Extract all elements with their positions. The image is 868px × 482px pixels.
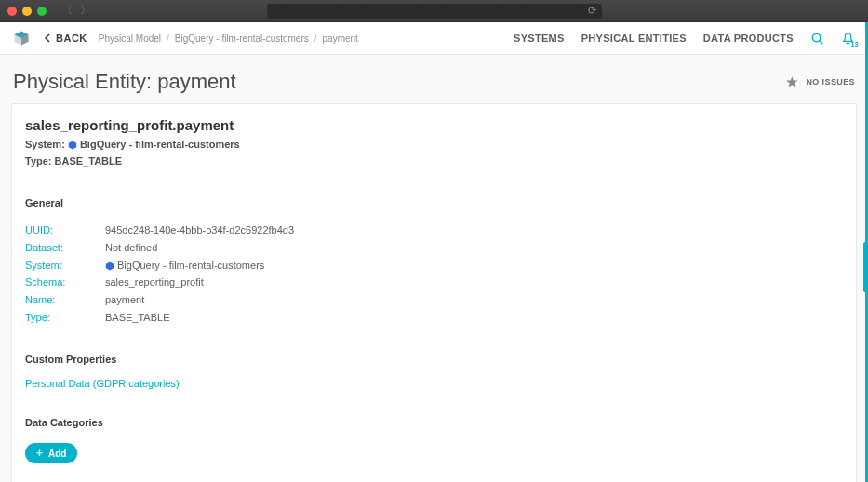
entity-card: sales_reporting_profit.payment System: B…	[11, 103, 857, 482]
entity-type-label: Type:	[25, 155, 52, 167]
row-type: Type: BASE_TABLE	[25, 309, 843, 327]
breadcrumb-item-system[interactable]: BigQuery - film-rental-customers	[175, 33, 309, 44]
add-label: Add	[48, 449, 66, 459]
nav-physical-entities[interactable]: PHYSICAL ENTITIES	[581, 33, 687, 44]
bigquery-icon	[105, 261, 114, 271]
app-topbar: BACK Physical Model / BigQuery - film-re…	[0, 22, 868, 55]
name-value: payment	[105, 291, 843, 309]
window-controls	[7, 7, 47, 16]
entity-system-label: System:	[25, 139, 65, 150]
svg-line-4	[820, 40, 822, 43]
svg-marker-5	[69, 141, 76, 150]
add-category-button[interactable]: + Add	[25, 443, 77, 463]
svg-point-3	[812, 33, 820, 41]
chevron-left-icon	[43, 33, 52, 43]
close-window-button[interactable]	[7, 7, 17, 16]
star-icon: ★	[786, 74, 798, 89]
entity-meta: System: BigQuery - film-rental-customers…	[25, 137, 843, 169]
refresh-icon[interactable]: ⟳	[588, 5, 596, 17]
app-viewport: BACK Physical Model / BigQuery - film-re…	[0, 22, 868, 482]
uuid-key[interactable]: UUID:	[25, 221, 105, 239]
breadcrumb: Physical Model / BigQuery - film-rental-…	[99, 33, 514, 44]
nav-data-products[interactable]: DATA PRODUCTS	[703, 33, 794, 44]
minimize-window-button[interactable]	[22, 7, 32, 16]
dataset-value: Not defined	[105, 239, 843, 257]
browser-url-bar[interactable]: ⟳	[267, 4, 602, 19]
personal-data-gdpr-link[interactable]: Personal Data (GDPR categories)	[25, 378, 843, 389]
section-general-title: General	[25, 197, 843, 208]
browser-back-button[interactable]: 〈	[61, 3, 73, 19]
type-value: BASE_TABLE	[105, 309, 843, 327]
svg-marker-6	[106, 261, 114, 270]
system-value: BigQuery - film-rental-customers	[105, 257, 843, 274]
row-dataset: Dataset: Not defined	[25, 239, 843, 257]
app-logo-icon	[13, 30, 30, 47]
bigquery-icon	[68, 141, 77, 150]
breadcrumb-separator: /	[314, 33, 317, 44]
page-title: Physical Entity: payment	[13, 70, 786, 94]
type-key[interactable]: Type:	[25, 309, 105, 327]
schema-value: sales_reporting_profit	[105, 274, 843, 291]
row-name: Name: payment	[25, 291, 843, 309]
notifications-button[interactable]: 13	[841, 32, 855, 46]
section-categories-title: Data Categories	[25, 417, 843, 428]
entity-type-value: BASE_TABLE	[55, 155, 123, 167]
search-icon	[810, 32, 824, 46]
entity-system-value: BigQuery - film-rental-customers	[80, 139, 240, 150]
name-key[interactable]: Name:	[25, 291, 105, 309]
browser-nav-arrows: 〈 〉	[61, 3, 91, 19]
entity-full-name: sales_reporting_profit.payment	[25, 117, 843, 133]
browser-forward-button[interactable]: 〉	[80, 3, 91, 19]
breadcrumb-item-physical-model[interactable]: Physical Model	[99, 33, 161, 44]
maximize-window-button[interactable]	[37, 7, 47, 16]
browser-chrome: 〈 〉 ⟳	[0, 0, 868, 22]
back-label: BACK	[56, 33, 87, 44]
system-key[interactable]: System:	[25, 257, 105, 274]
general-table: UUID: 945dc248-140e-4bbb-b34f-d2c6922fb4…	[25, 221, 843, 326]
dataset-key[interactable]: Dataset:	[25, 239, 105, 257]
plus-icon: +	[36, 448, 43, 459]
search-button[interactable]	[810, 32, 824, 46]
breadcrumb-separator: /	[167, 33, 169, 44]
row-system: System: BigQuery - film-rental-customers	[25, 257, 843, 274]
page-header: Physical Entity: payment ★ NO ISSUES	[0, 55, 868, 103]
notification-count: 13	[851, 41, 859, 47]
scrollbar-thumb[interactable]	[863, 242, 868, 292]
schema-key[interactable]: Schema:	[25, 274, 105, 291]
top-nav: SYSTEMS PHYSICAL ENTITIES DATA PRODUCTS …	[514, 32, 855, 46]
back-button[interactable]: BACK	[43, 33, 87, 44]
breadcrumb-item-entity[interactable]: payment	[323, 33, 358, 44]
issues-indicator[interactable]: ★ NO ISSUES	[786, 74, 855, 89]
issues-label: NO ISSUES	[806, 77, 855, 87]
section-custom-title: Custom Properties	[25, 354, 843, 365]
uuid-value: 945dc248-140e-4bbb-b34f-d2c6922fb4d3	[105, 221, 843, 239]
nav-systems[interactable]: SYSTEMS	[514, 33, 565, 44]
row-uuid: UUID: 945dc248-140e-4bbb-b34f-d2c6922fb4…	[25, 221, 843, 239]
row-schema: Schema: sales_reporting_profit	[25, 274, 843, 291]
